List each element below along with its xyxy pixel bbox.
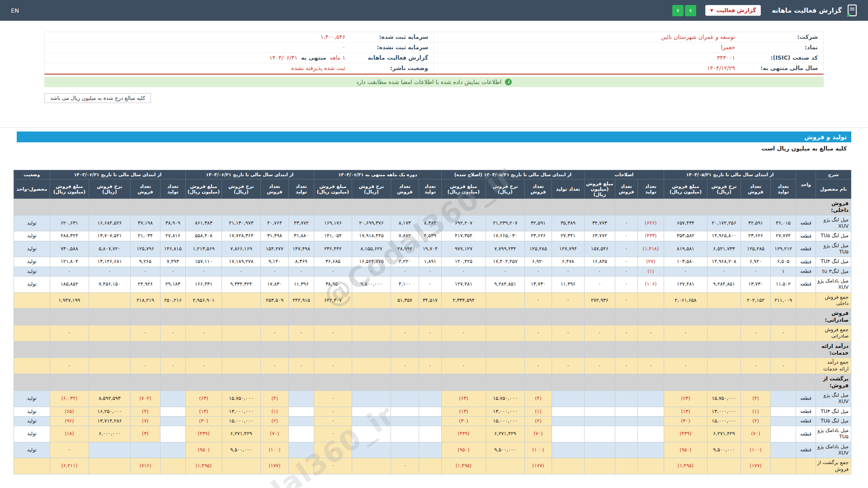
nav-arrow-right-button[interactable]: › [685, 5, 696, 16]
value-cell: ۰ [222, 267, 260, 276]
section-label: فروش صادراتی: [816, 309, 851, 325]
status-cell: تولید [14, 231, 50, 241]
section-cell [615, 374, 637, 391]
value-cell: ۰ [160, 358, 185, 374]
value-cell: ۱۰۳,۵۸۰ [664, 257, 707, 267]
value-cell: ۳۵۳,۵۸۲ [664, 231, 707, 241]
value-cell [89, 292, 130, 309]
value-cell [615, 390, 637, 407]
value-cell [352, 458, 391, 474]
unit-cell [796, 358, 816, 374]
value-cell: ۲۵۰,۲۱۶ [160, 292, 185, 309]
amounts-unit-note: کلیه مبالغ به میلیون ریال است [17, 142, 851, 154]
section-cell [741, 199, 771, 216]
value-cell: ۰ [288, 325, 314, 342]
value-cell: ۷,۴۹۳ [160, 257, 185, 267]
value-cell [584, 458, 615, 474]
value-cell: (۳) [130, 426, 160, 442]
value-cell [160, 426, 185, 442]
value-cell [160, 390, 185, 407]
value-cell: ۴۰,۷۶۴ [260, 215, 288, 231]
report-type-dropdown[interactable]: گزارش فعالیت ▼ [705, 5, 761, 16]
value-cell [486, 292, 524, 309]
column-header: تعداد فروش [130, 179, 160, 199]
value-cell: ۴,۱۰۰ [391, 276, 419, 292]
info-row: کد صنعت (ISIC):۳۴۳۰۰۱ [434, 53, 823, 63]
value-cell: ۳۵,۳۸۹ [552, 215, 584, 231]
value-cell: (۷۰) [524, 426, 552, 442]
value-cell [552, 426, 584, 442]
value-cell: ۰ [615, 276, 637, 292]
value-cell [130, 442, 160, 458]
info-label: سرمایه ثبت نشده: [349, 44, 428, 51]
column-header: تعداد تولید [419, 179, 441, 199]
section-cell [89, 374, 130, 391]
value-cell: ۱,۸۹۱ [419, 257, 441, 267]
section-cell [89, 341, 130, 358]
value-cell: ۰ [441, 325, 486, 342]
value-cell: (۱۳) [441, 407, 486, 416]
info-label: سال مالی منتهی به: [739, 65, 818, 71]
value-cell: (۱۷۷) [741, 458, 771, 474]
value-cell: ۰ [441, 267, 486, 276]
value-cell: ۱۲۷,۴۸۱ [441, 276, 486, 292]
value-cell: ۰ [419, 358, 441, 374]
value-cell: ۱۶,۲۵۰,۰۰۰ [89, 407, 130, 416]
value-cell: ۰ [524, 358, 552, 374]
column-header: نرخ فروش (ریال) [222, 179, 260, 199]
signature-notice-text: اطلاعات نمایش داده شده با اطلاعات امضا ش… [356, 79, 501, 85]
value-cell: (۲) [524, 416, 552, 426]
value-cell [288, 442, 314, 458]
value-cell [419, 407, 441, 416]
section-row: فروش صادراتی: [14, 309, 851, 325]
value-cell: ۸,۳۶۹ [288, 257, 314, 267]
column-header: تعداد فروش [741, 179, 771, 199]
value-cell [637, 442, 664, 458]
value-cell [160, 458, 185, 474]
unit-cell: قطعه [796, 407, 816, 416]
section-cell [50, 309, 89, 325]
value-cell [771, 426, 796, 442]
production-sales-table: شرحواحداز ابتدای سال مالی تا تاریخ ۱۴۰۴/… [14, 170, 851, 474]
value-cell [222, 292, 260, 309]
column-header: تعداد تولید [552, 179, 584, 199]
value-cell: ۹,۵۰۰,۰۰۰ [486, 442, 524, 458]
value-cell: ۰ [552, 325, 584, 342]
value-cell: ۲۵۳,۵۰۹ [260, 292, 288, 309]
section-cell [771, 374, 796, 391]
value-cell: ۰ [314, 358, 352, 374]
value-cell: ۱۵,۰۰۰,۰۰۰ [708, 416, 741, 426]
section-cell [130, 341, 160, 358]
table-row: میل لنگ پژو XUVقطعه(۴)۱۵,۷۵۰,۰۰۰(۶۳)(۴)۱… [14, 390, 851, 407]
section-cell [552, 199, 584, 216]
value-cell [486, 325, 524, 342]
value-cell [352, 416, 391, 426]
section-cell [352, 374, 391, 391]
value-cell: ۳۲,۵۹۱ [741, 215, 771, 231]
section-cell [524, 374, 552, 391]
value-cell: ۹۷۷,۱۲۷ [441, 241, 486, 257]
value-cell: ۳۶,۰۱۵ [771, 215, 796, 231]
value-cell: ۲۷,۳۴۱ [552, 231, 584, 241]
top-bar: گزارش فعالیت ماهانه گزارش فعالیت ▼ › ‹ E… [0, 0, 868, 21]
value-cell: ۰ [615, 267, 637, 276]
value-cell: ۰ [615, 325, 637, 342]
info-value: ۱۴۰۴/۰۶/۳۱ [269, 54, 297, 61]
value-cell [552, 416, 584, 426]
value-cell: ۰ [524, 292, 552, 309]
nav-arrow-left-button[interactable]: ‹ [672, 5, 684, 16]
info-col-right: شرکت:توسعه و عمران شهرستان نائیننماد:خعم… [434, 32, 823, 74]
value-cell [352, 358, 391, 374]
unit-note-tab[interactable]: کلیه مبالغ درج شده به میلیون ریال می باش… [44, 93, 151, 103]
value-cell: ۱۳,۱۴۶,۶۸۱ [89, 257, 130, 267]
value-cell: ۲۴,۹۲۶ [130, 276, 160, 292]
language-toggle[interactable]: EN [11, 7, 19, 14]
page: { "header_bar": { "title": "گزارش فعالیت… [0, 0, 868, 488]
value-cell: ۰ [352, 267, 391, 276]
value-cell: ۰ [50, 325, 89, 342]
value-cell: ۲۸,۹۹۲ [391, 241, 419, 257]
value-cell [552, 442, 584, 458]
report-type-label: گزارش فعالیت [717, 7, 756, 14]
value-cell: ۲۹,۱۸۳ [160, 276, 185, 292]
value-cell [708, 292, 741, 309]
